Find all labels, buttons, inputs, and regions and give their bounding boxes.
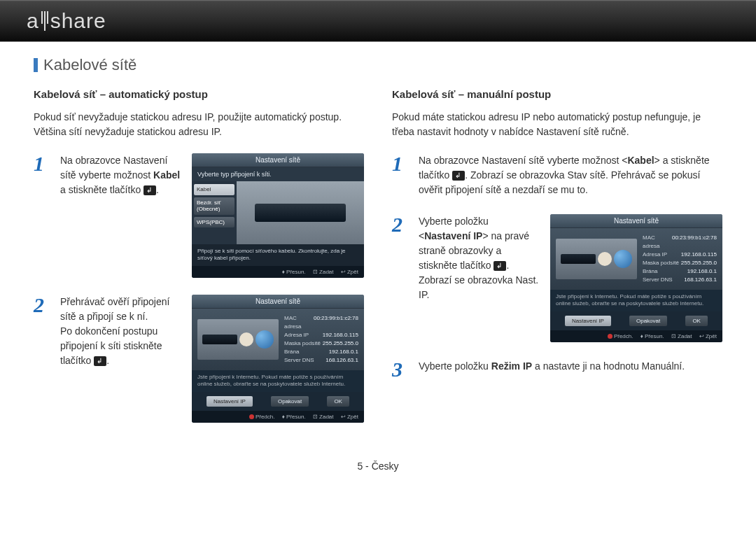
- section-title: Kabelové sítě: [34, 56, 722, 74]
- step-number: 2: [392, 214, 409, 342]
- step-text: Přehrávač ověří připojení sítě a připojí…: [60, 295, 182, 423]
- tv-button-retry: Opakovat: [271, 396, 309, 407]
- tv-info-table: MAC adresa00:23:99:b1:c2:78 Adresa IP192…: [284, 314, 358, 365]
- globe-graphic: [255, 330, 274, 349]
- disc-graphic: [239, 332, 253, 346]
- enter-icon: [493, 261, 506, 271]
- globe-graphic: [614, 250, 632, 268]
- player-graphic: [561, 254, 596, 264]
- right-subheading: Kabelová síť – manuální postup: [392, 88, 722, 100]
- tv-message: Jste připojeni k Internetu. Pokud máte p…: [192, 370, 364, 392]
- step-number: 1: [34, 153, 50, 278]
- enter-icon: [452, 171, 465, 181]
- tv-screenshot-3: Nastavení sítě MAC adresa00:23:99:b1:c2:…: [550, 214, 722, 342]
- step-number: 1: [392, 153, 409, 197]
- step-text: Na obrazovce Nastavení sítě vyberte možn…: [419, 153, 722, 197]
- tv-subtitle: Vyberte typ připojení k síti.: [192, 167, 364, 181]
- tv-button-retry: Opakovat: [629, 316, 667, 326]
- tv-hint: Připojí se k síti pomocí síťového kabelu…: [192, 244, 364, 266]
- right-step-3: 3 Vyberte položku Režim IP a nastavte ji…: [392, 359, 722, 380]
- tv-footer: ♦ Přesun. ⊡ Zadat ↩ Zpět: [192, 266, 364, 278]
- player-graphic: [202, 335, 237, 344]
- step-text: Vyberte položku <Nastavení IP> na pravé …: [419, 214, 540, 342]
- right-intro: Pokud máte statickou adresu IP nebo auto…: [392, 110, 722, 139]
- tv-title: Nastavení sítě: [192, 153, 364, 167]
- left-step-2: 2 Přehrávač ověří připojení sítě a připo…: [34, 295, 364, 423]
- enter-icon: [144, 185, 156, 195]
- page-content: Kabelové sítě Kabelová síť – automatický…: [0, 42, 756, 486]
- tv-option-wps: WPS(PBC): [194, 217, 234, 228]
- tv-button-ip: Nastavení IP: [206, 396, 253, 407]
- step-text: Na obrazovce Nastavení sítě vyberte možn…: [60, 153, 182, 278]
- tv-footer: Předch. ♦ Přesun. ⊡ Zadat ↩ Zpět: [550, 330, 722, 342]
- disc-graphic: [598, 252, 612, 266]
- tv-option-wireless: Bezdr. síť (Obecné): [194, 197, 234, 215]
- enter-icon: [94, 356, 106, 366]
- step-text: Vyberte položku Režim IP a nastavte ji n…: [419, 359, 685, 380]
- tv-option-kabel: Kabel: [194, 184, 234, 195]
- left-intro: Pokud síť nevyžaduje statickou adresu IP…: [34, 110, 364, 139]
- tv-title: Nastavení sítě: [192, 295, 364, 309]
- tv-message: Jste připojeni k Internetu. Pokud máte p…: [550, 290, 722, 311]
- right-step-1: 1 Na obrazovce Nastavení sítě vyberte mo…: [392, 153, 722, 197]
- right-column: Kabelová síť – manuální postup Pokud mát…: [392, 88, 722, 440]
- right-step-2: 2 Vyberte položku <Nastavení IP> na prav…: [392, 214, 722, 342]
- header-bar: a share: [0, 0, 756, 42]
- left-step-1: 1 Na obrazovce Nastavení sítě vyberte mo…: [34, 153, 364, 278]
- left-subheading: Kabelová síť – automatický postup: [34, 88, 364, 100]
- tv-screenshot-2: Nastavení sítě MAC adresa00:23:99:b1:c2:…: [192, 295, 364, 423]
- tv-title: Nastavení sítě: [550, 214, 722, 228]
- tv-info-table: MAC adresa00:23:99:b1:c2:78 Adresa IP192…: [643, 234, 717, 284]
- tv-button-ok: OK: [327, 396, 349, 407]
- title-accent-bar: [34, 58, 38, 72]
- tv-button-ok: OK: [685, 316, 708, 326]
- allshare-logo: a share: [27, 9, 106, 33]
- tv-button-ip: Nastavení IP: [565, 316, 611, 326]
- tv-footer: Předch. ♦ Přesun. ⊡ Zadat ↩ Zpět: [192, 411, 364, 423]
- step-number: 3: [392, 359, 409, 380]
- page-number: 5 - Česky: [34, 461, 722, 486]
- device-graphic: [255, 204, 346, 222]
- left-column: Kabelová síť – automatický postup Pokud …: [34, 88, 364, 440]
- tv-screenshot-1: Nastavení sítě Vyberte typ připojení k s…: [192, 153, 364, 278]
- step-number: 2: [34, 295, 50, 423]
